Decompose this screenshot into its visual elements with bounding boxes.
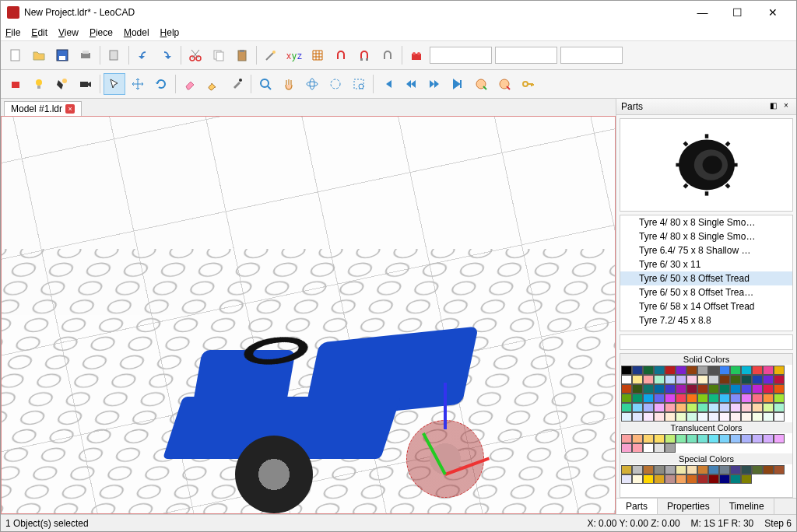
color-swatch[interactable] [676,394,686,403]
panel-close-icon[interactable]: × [781,101,792,112]
color-swatch[interactable] [654,474,665,484]
color-swatch[interactable] [708,375,719,384]
color-swatch[interactable] [774,384,785,394]
color-swatch[interactable] [632,384,643,394]
color-swatch[interactable] [621,465,632,474]
step-first-icon[interactable] [377,73,398,95]
new-file-icon[interactable] [5,44,26,66]
color-swatch[interactable] [632,434,643,443]
grid-icon[interactable] [307,44,328,66]
color-swatch[interactable] [763,412,774,422]
color-swatch[interactable] [774,375,785,384]
color-swatch[interactable] [763,465,774,474]
color-swatch[interactable] [697,394,708,403]
menu-piece[interactable]: Piece [90,27,113,38]
color-swatch[interactable] [643,366,654,375]
tab-timeline[interactable]: Timeline [720,499,774,514]
color-swatch[interactable] [708,474,719,484]
color-swatch[interactable] [621,384,632,394]
color-swatch[interactable] [763,434,774,443]
color-swatch[interactable] [708,394,719,403]
color-swatch[interactable] [741,403,752,412]
color-swatch[interactable] [643,412,654,422]
paste-icon[interactable] [231,44,253,66]
color-swatch[interactable] [741,412,752,422]
xyz-axis-icon[interactable]: xyz [283,44,305,66]
magnet-icon[interactable] [353,44,375,66]
color-swatch[interactable] [676,474,686,484]
color-swatch[interactable] [686,394,697,403]
color-swatch[interactable] [665,443,676,453]
color-swatch[interactable] [621,412,632,422]
transform-input-1[interactable] [430,47,492,64]
color-swatch[interactable] [676,384,686,394]
rotate-tool-icon[interactable] [150,73,172,95]
parts-list[interactable]: Tyre 4/ 80 x 8 Single Smo…Tyre 4/ 80 x 8… [620,215,793,331]
color-swatch[interactable] [708,434,719,443]
key-icon[interactable] [517,73,539,95]
color-swatch[interactable] [676,434,686,443]
color-swatch[interactable] [741,366,752,375]
color-swatch[interactable] [719,474,730,484]
color-swatch[interactable] [632,375,643,384]
parts-list-item[interactable]: Tyre 7/ 56 x 17 Offset Tread [620,327,792,331]
color-swatch[interactable] [719,465,730,474]
color-swatch[interactable] [686,465,697,474]
move-tool-icon[interactable] [127,73,149,95]
color-swatch[interactable] [697,366,708,375]
color-swatch[interactable] [752,394,763,403]
color-swatch[interactable] [632,366,643,375]
transform-input-3[interactable] [560,47,623,64]
color-swatch[interactable] [774,403,785,412]
color-swatch[interactable] [719,375,730,384]
color-swatch[interactable] [632,394,643,403]
color-swatch[interactable] [665,394,676,403]
color-swatch[interactable] [665,474,676,484]
step-next-icon[interactable] [423,73,445,95]
camera-icon[interactable] [75,73,97,95]
close-tab-icon[interactable]: × [65,104,75,114]
color-swatch[interactable] [654,412,665,422]
color-swatch[interactable] [643,403,654,412]
color-swatch[interactable] [763,375,774,384]
step-prev-icon[interactable] [400,73,422,95]
color-swatch[interactable] [763,366,774,375]
color-swatch[interactable] [665,366,676,375]
step-last-icon[interactable] [447,73,469,95]
color-swatch[interactable] [730,394,741,403]
color-swatch[interactable] [643,375,654,384]
color-swatch[interactable] [697,474,708,484]
color-swatch[interactable] [621,403,632,412]
panel-float-icon[interactable]: ◧ [767,101,778,112]
color-swatch[interactable] [763,384,774,394]
color-swatch[interactable] [763,403,774,412]
color-swatch[interactable] [621,443,632,453]
color-swatch[interactable] [697,434,708,443]
piece-tool-icon[interactable] [5,73,26,95]
color-swatch[interactable] [697,384,708,394]
color-swatch[interactable] [665,375,676,384]
step-insert-icon[interactable] [470,73,492,95]
color-swatch[interactable] [708,465,719,474]
flashlight-icon[interactable] [51,73,73,95]
color-swatch[interactable] [686,474,697,484]
menu-file[interactable]: File [5,27,20,38]
color-swatch[interactable] [676,412,686,422]
color-swatch[interactable] [621,375,632,384]
color-swatch[interactable] [741,375,752,384]
color-swatch[interactable] [730,366,741,375]
color-swatch[interactable] [621,474,632,484]
color-swatch[interactable] [752,403,763,412]
color-swatch[interactable] [741,384,752,394]
roll-icon[interactable] [325,73,346,95]
cut-icon[interactable] [184,44,206,66]
color-swatch[interactable] [708,403,719,412]
color-swatch[interactable] [719,366,730,375]
color-swatch[interactable] [741,465,752,474]
redo-icon[interactable] [156,44,177,66]
color-swatch[interactable] [730,403,741,412]
transform-input-2[interactable] [495,47,557,64]
color-swatch[interactable] [654,375,665,384]
color-swatch[interactable] [654,394,665,403]
select-tool-icon[interactable] [104,73,125,95]
